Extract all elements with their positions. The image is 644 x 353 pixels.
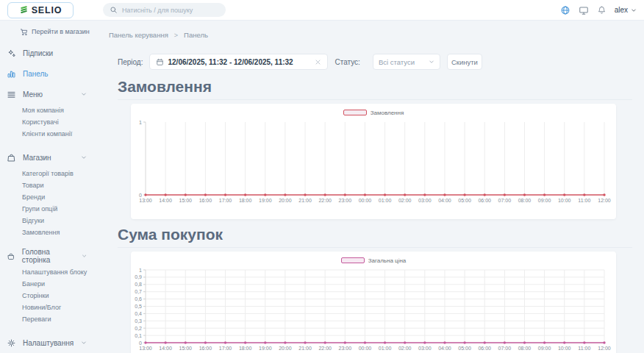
svg-text:18:00: 18:00 (239, 198, 252, 203)
sidebar-item-orders[interactable]: Замовлення (0, 227, 96, 238)
svg-text:19:00: 19:00 (259, 346, 272, 351)
sidebar-item-benefits[interactable]: Переваги (0, 313, 96, 325)
svg-text:14:00: 14:00 (159, 346, 172, 351)
status-select[interactable]: Всі статуси (373, 54, 440, 70)
main-area: Панель керування > Панель Період: 12/06/… (96, 21, 644, 353)
sidebar-item-label: Магазин (23, 154, 51, 162)
svg-text:23:00: 23:00 (339, 198, 352, 203)
selio-logo-icon (19, 5, 29, 15)
svg-text:0: 0 (139, 193, 142, 198)
logo-text: SELIO (32, 5, 62, 15)
sidebar-item-banners[interactable]: Банери (0, 278, 96, 290)
sidebar-item-block-settings[interactable]: Налаштування блоку (0, 266, 96, 278)
svg-text:11:00: 11:00 (578, 198, 590, 203)
svg-text:20:00: 20:00 (279, 346, 292, 351)
svg-text:10:00: 10:00 (558, 346, 571, 351)
orders-chart-card: Замовлення 1013:0014:0015:0016:0017:0018… (131, 104, 616, 219)
clear-period-icon[interactable] (315, 59, 321, 65)
chart-legend[interactable]: Загальна ціна (131, 256, 616, 265)
svg-text:10:00: 10:00 (558, 198, 571, 203)
sidebar-item-brands[interactable]: Бренди (0, 191, 96, 203)
purchases-line-chart: 10,90,80,70,60,50,40,30,20,1013:0014:001… (131, 265, 616, 353)
sidebar-item-label: Налаштування (23, 339, 74, 347)
chevron-down-icon (82, 253, 87, 259)
filter-bar: Період: 12/06/2025, 11:32 - 12/06/2025, … (118, 54, 632, 70)
sidebar-item-option-groups[interactable]: Групи опцій (0, 203, 96, 215)
sidebar-item-settings[interactable]: Налаштування (0, 332, 96, 353)
svg-text:21:00: 21:00 (298, 346, 312, 351)
status-value: Всі статуси (379, 58, 415, 66)
sidebar-item-panel[interactable]: Панель (0, 63, 96, 84)
svg-text:09:00: 09:00 (538, 346, 551, 351)
svg-text:06:00: 06:00 (478, 198, 491, 203)
svg-text:13:00: 13:00 (139, 198, 152, 203)
sidebar-item-subscriptions[interactable]: Підписки (0, 43, 96, 63)
go-to-store-label: Перейти в магазин (32, 28, 90, 35)
svg-text:07:00: 07:00 (498, 346, 512, 351)
svg-text:12:00: 12:00 (598, 346, 611, 351)
svg-text:19:00: 19:00 (259, 198, 272, 203)
monitor-icon[interactable] (579, 5, 589, 15)
sidebar: Перейти в магазин ПідпискиПанельМенюМоя … (0, 21, 96, 353)
sidebar-item-label: Підписки (23, 49, 53, 57)
sidebar-item-product-categories[interactable]: Категорії товарів (0, 168, 96, 179)
sidebar-item-reviews[interactable]: Відгуки (0, 215, 96, 227)
purchases-section-title: Сума покупок (118, 225, 632, 248)
svg-text:1: 1 (139, 268, 142, 273)
svg-text:06:00: 06:00 (478, 346, 491, 351)
chevron-down-icon (81, 340, 87, 346)
period-label: Період: (118, 58, 143, 66)
chevron-down-icon (81, 91, 87, 97)
period-range-input[interactable]: 12/06/2025, 11:32 - 12/06/2025, 11:32 (149, 54, 328, 70)
svg-text:01:00: 01:00 (379, 198, 392, 203)
sidebar-submenu-home-page: Налаштування блокуБанериСторінкиНовини/Б… (0, 266, 96, 325)
svg-text:23:00: 23:00 (339, 346, 352, 351)
svg-text:22:00: 22:00 (318, 198, 332, 203)
svg-text:02:00: 02:00 (398, 346, 412, 351)
cart-icon (20, 28, 28, 36)
bell-icon[interactable] (597, 5, 607, 15)
reset-button[interactable]: Скинути (447, 54, 482, 70)
sidebar-item-home-page[interactable]: Головна сторінка (0, 246, 96, 266)
sidebar-item-products[interactable]: Товари (0, 179, 96, 191)
svg-text:0,4: 0,4 (135, 311, 142, 316)
sidebar-item-menu[interactable]: Меню (0, 84, 96, 104)
svg-text:0: 0 (139, 340, 142, 346)
logo[interactable]: SELIO (7, 2, 74, 18)
chevron-down-icon (429, 59, 434, 65)
sidebar-item-shop[interactable]: Магазин (0, 147, 96, 168)
svg-text:11:00: 11:00 (578, 346, 590, 351)
search-input[interactable] (122, 7, 210, 14)
go-to-store-link[interactable]: Перейти в магазин (20, 25, 96, 38)
svg-text:03:00: 03:00 (418, 198, 432, 203)
svg-text:0,6: 0,6 (135, 296, 142, 302)
legend-label: Замовлення (371, 110, 404, 116)
orders-line-chart: 1013:0014:0015:0016:0017:0018:0019:0020:… (131, 117, 616, 207)
sidebar-nav: ПідпискиПанельМенюМоя компаніяКористувач… (0, 43, 96, 353)
sidebar-item-news-blog[interactable]: Новини/Блог (0, 302, 96, 313)
svg-text:15:00: 15:00 (179, 346, 192, 351)
sidebar-item-my-company[interactable]: Моя компанія (0, 104, 96, 116)
svg-text:16:00: 16:00 (199, 346, 212, 351)
sidebar-item-pages[interactable]: Сторінки (0, 290, 96, 302)
status-label: Статус: (335, 58, 360, 66)
svg-text:05:00: 05:00 (458, 346, 471, 351)
basket-icon (7, 252, 15, 261)
user-menu[interactable]: alex (615, 6, 637, 14)
svg-text:17:00: 17:00 (219, 346, 232, 351)
svg-text:0,5: 0,5 (135, 304, 142, 309)
sidebar-item-company-clients[interactable]: Клієнти компанії (0, 128, 96, 140)
sidebar-item-label: Головна сторінка (22, 248, 75, 264)
chart-legend[interactable]: Замовлення (131, 108, 616, 117)
svg-text:0,7: 0,7 (135, 289, 142, 294)
sidebar-item-users[interactable]: Користувачі (0, 116, 96, 128)
top-bar: SELIO alex (0, 0, 644, 21)
svg-text:1: 1 (139, 120, 142, 125)
sidebar-item-label: Панель (23, 70, 49, 78)
global-search[interactable] (103, 3, 226, 17)
breadcrumb-item-dashboard[interactable]: Панель керування (109, 31, 168, 39)
sidebar-submenu-shop: Категорії товарівТовариБрендиГрупи опцій… (0, 168, 96, 238)
globe-icon[interactable] (560, 5, 570, 15)
breadcrumb-separator: > (174, 32, 178, 39)
bag-icon (7, 153, 16, 163)
